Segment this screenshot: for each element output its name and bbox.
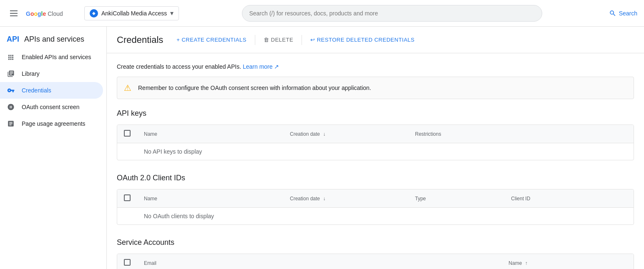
service-accounts-table-container: Email Name — [117, 254, 634, 269]
grid-icon — [7, 53, 15, 61]
api-keys-table: Name Creation date Restrictions — [117, 125, 634, 160]
api-keys-restrictions-header: Restrictions — [408, 125, 634, 143]
key-icon — [7, 86, 15, 95]
library-icon — [7, 70, 15, 78]
sidebar-title: APIs and services — [24, 35, 84, 44]
search-button-label: Search — [619, 10, 637, 17]
restore-label: ↩ RESTORE DELETED CREDENTIALS — [310, 37, 415, 43]
sidebar-item-enabled[interactable]: Enabled APIs and services — [0, 49, 103, 65]
oauth-table-container: Name Creation date Type C — [117, 189, 634, 225]
sidebar: API APIs and services Enabled APIs and s… — [0, 27, 107, 269]
service-accounts-section: Service Accounts Email Name — [117, 238, 634, 269]
api-keys-table-container: Name Creation date Restrictions — [117, 125, 634, 160]
chevron-down-icon: ▾ — [170, 9, 174, 17]
api-keys-empty-message: No API keys to display — [137, 143, 634, 160]
create-credentials-label: + CREATE CREDENTIALS — [176, 37, 247, 43]
sidebar-item-oauth-label: OAuth consent screen — [22, 104, 80, 110]
api-keys-table-header: Name Creation date Restrictions — [117, 125, 634, 143]
oauth-clientid-header: Client ID — [504, 189, 634, 208]
logo-svg: Google Cloud — [26, 9, 76, 17]
api-keys-checkbox-header — [117, 125, 137, 143]
oauth-sort-icon — [323, 196, 325, 202]
sa-sort-icon — [525, 260, 528, 266]
svg-text:Google
         Cloud: Google Cloud — [26, 10, 63, 17]
oauth-type-header: Type — [408, 189, 504, 208]
sa-email-header[interactable]: Email — [137, 254, 502, 269]
sidebar-item-page-usage[interactable]: Page usage agreements — [0, 115, 103, 132]
sidebar-item-page-usage-label: Page usage agreements — [22, 120, 86, 127]
menu-button[interactable] — [7, 7, 21, 20]
api-keys-title: API keys — [117, 109, 634, 118]
project-selector[interactable]: ◆ AnkiCollab Media Access ▾ — [84, 6, 179, 20]
oauth-checkbox-header — [117, 189, 137, 208]
project-name: AnkiCollab Media Access — [101, 10, 167, 17]
main-content: Credentials + CREATE CREDENTIALS 🗑 DELET… — [107, 27, 644, 269]
search-bar[interactable] — [242, 5, 542, 22]
service-accounts-table: Email Name — [117, 254, 634, 269]
sidebar-item-library-label: Library — [22, 70, 40, 77]
toolbar-separator-2 — [302, 35, 302, 45]
sidebar-item-credentials-label: Credentials — [22, 87, 51, 94]
service-accounts-title: Service Accounts — [117, 238, 634, 247]
api-keys-date-header[interactable]: Creation date — [283, 125, 408, 143]
sidebar-header: API APIs and services — [0, 30, 106, 49]
warning-icon: ⚠ — [124, 83, 131, 93]
credentials-content: Create credentials to access your enable… — [107, 53, 644, 269]
search-button[interactable]: Search — [609, 10, 637, 17]
sa-name-header[interactable]: Name — [502, 254, 634, 269]
oauth-empty-message: No OAuth clients to display — [137, 208, 634, 225]
sidebar-item-credentials[interactable]: Credentials — [0, 82, 103, 99]
sidebar-item-enabled-label: Enabled APIs and services — [22, 54, 91, 60]
sa-select-all-checkbox[interactable] — [124, 259, 131, 266]
oauth-section: OAuth 2.0 Client IDs Name Creation date — [117, 174, 634, 225]
service-accounts-table-header: Email Name — [117, 254, 634, 269]
search-input[interactable] — [249, 10, 535, 17]
restore-deleted-credentials-button[interactable]: ↩ RESTORE DELETED CREDENTIALS — [305, 33, 420, 46]
delete-label: 🗑 DELETE — [264, 37, 293, 43]
api-keys-name-header[interactable]: Name — [137, 125, 283, 143]
oauth-icon — [7, 103, 15, 111]
oauth-table-header: Name Creation date Type C — [117, 189, 634, 208]
oauth-title: OAuth 2.0 Client IDs — [117, 174, 634, 182]
api-keys-empty-row: No API keys to display — [117, 143, 634, 160]
oauth-table: Name Creation date Type C — [117, 189, 634, 224]
intro-text: Create credentials to access your enable… — [117, 63, 634, 70]
search-icon — [609, 10, 616, 17]
oauth-select-all-checkbox[interactable] — [124, 194, 131, 201]
credentials-toolbar: Credentials + CREATE CREDENTIALS 🗑 DELET… — [107, 27, 644, 53]
learn-more-link[interactable]: Learn more ↗ — [243, 63, 279, 70]
api-icon: API — [7, 35, 19, 44]
toolbar-separator-1 — [255, 35, 255, 45]
delete-button[interactable]: 🗑 DELETE — [259, 33, 298, 46]
create-credentials-button[interactable]: + CREATE CREDENTIALS — [171, 33, 252, 46]
warning-banner: ⚠ Remember to configure the OAuth consen… — [117, 77, 634, 99]
oauth-date-header[interactable]: Creation date — [283, 189, 408, 208]
app-layout: API APIs and services Enabled APIs and s… — [0, 27, 644, 269]
sidebar-item-library[interactable]: Library — [0, 65, 103, 82]
google-cloud-logo: Google Cloud — [26, 9, 76, 17]
oauth-empty-row: No OAuth clients to display — [117, 208, 634, 225]
page-title: Credentials — [117, 35, 163, 45]
api-keys-sort-icon — [323, 131, 325, 137]
app-header: Google Cloud ◆ AnkiCollab Media Access ▾… — [0, 0, 644, 27]
oauth-name-header[interactable]: Name — [137, 189, 283, 208]
api-keys-select-all-checkbox[interactable] — [124, 130, 131, 137]
api-keys-section: API keys Name Creation date — [117, 109, 634, 160]
sa-checkbox-header — [117, 254, 137, 269]
project-icon: ◆ — [90, 9, 98, 17]
sidebar-item-oauth[interactable]: OAuth consent screen — [0, 99, 103, 115]
agreements-icon — [7, 120, 15, 128]
warning-text: Remember to configure the OAuth consent … — [138, 85, 371, 91]
